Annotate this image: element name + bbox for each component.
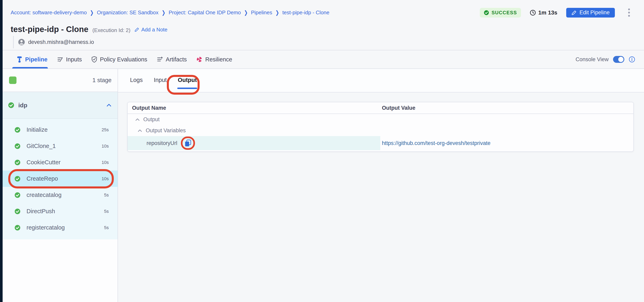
tab-resilience[interactable]: Resilience bbox=[196, 50, 232, 68]
user-avatar-icon bbox=[18, 39, 25, 46]
group-cell-output[interactable]: Output bbox=[128, 114, 380, 125]
step-details-panel: Logs Input Output Output Name Output Val… bbox=[118, 69, 644, 302]
execution-id-label: (Execution Id: 2) bbox=[92, 27, 130, 33]
stage-count-label: 1 stage bbox=[92, 77, 112, 84]
group-cell-output-variables[interactable]: Output Variables bbox=[128, 125, 380, 136]
step-duration: 10s bbox=[102, 176, 109, 181]
step-duration: 5s bbox=[104, 209, 109, 214]
tab-policy-evaluations-label: Policy Evaluations bbox=[100, 56, 147, 63]
shield-check-icon bbox=[92, 56, 97, 63]
info-icon[interactable] bbox=[629, 56, 635, 63]
breadcrumb-pipelines[interactable]: Pipelines bbox=[251, 10, 272, 16]
app-root: Account: software-delivery-demo ❯ Organi… bbox=[0, 0, 644, 302]
stages-sidebar: 1 stage idp Initialize 25s bbox=[2, 69, 118, 302]
output-name-cell-repositoryurl: repositoryUrl bbox=[128, 136, 380, 150]
stage-status-square bbox=[9, 77, 16, 84]
step-success-icon bbox=[14, 176, 20, 182]
tab-logs[interactable]: Logs bbox=[130, 71, 143, 89]
edit-pipeline-label: Edit Pipeline bbox=[580, 10, 610, 16]
pipeline-icon bbox=[17, 56, 22, 63]
add-note-label: Add a Note bbox=[141, 27, 168, 33]
chevron-up-icon bbox=[138, 129, 142, 132]
execution-tabbar: Pipeline Inputs Policy Evaluations bbox=[2, 50, 644, 69]
step-label: createcatalog bbox=[26, 192, 62, 198]
trigger-info-row: devesh.mishra@harness.io bbox=[11, 36, 632, 48]
sidebar-empty-area bbox=[2, 239, 118, 302]
status-badge-label: SUCCESS bbox=[492, 10, 517, 16]
group-label: Output Variables bbox=[146, 127, 186, 134]
tab-policy-evaluations[interactable]: Policy Evaluations bbox=[92, 50, 147, 68]
console-view-control: Console View bbox=[576, 56, 635, 63]
table-row-output-group: Output bbox=[128, 114, 633, 125]
step-row-directpush[interactable]: DirectPush 5s bbox=[2, 203, 118, 219]
resilience-icon bbox=[196, 56, 202, 62]
breadcrumb-current-pipeline[interactable]: test-pipe-idp - Clone bbox=[282, 10, 330, 16]
copy-button[interactable] bbox=[184, 139, 192, 147]
title-row: test-pipe-idp - Clone (Execution Id: 2) … bbox=[11, 25, 632, 34]
breadcrumb-account[interactable]: Account: software-delivery-demo bbox=[11, 10, 87, 16]
breadcrumb-organization[interactable]: Organization: SE Sandbox bbox=[97, 10, 158, 16]
step-row-registercatalog[interactable]: registercatalog 5s bbox=[2, 219, 118, 236]
tab-output[interactable]: Output bbox=[177, 71, 197, 89]
value-cell-empty bbox=[380, 125, 633, 136]
step-duration: 5s bbox=[104, 225, 109, 230]
inputs-icon bbox=[57, 56, 63, 62]
chevron-up-icon bbox=[135, 118, 140, 121]
step-success-icon bbox=[14, 127, 20, 133]
pencil-icon bbox=[134, 27, 139, 32]
step-success-icon bbox=[14, 208, 20, 214]
column-header-output-name: Output Name bbox=[128, 105, 380, 111]
tab-artifacts[interactable]: Artifacts bbox=[157, 50, 187, 68]
step-label: CookieCutter bbox=[26, 159, 60, 166]
step-label: CreateRepo bbox=[26, 175, 58, 182]
breadcrumb-project[interactable]: Project: Capital One IDP Demo bbox=[169, 10, 241, 16]
add-note-link[interactable]: Add a Note bbox=[134, 27, 168, 33]
output-value-cell-repositoryurl: https://github.com/test-org-devesh/testp… bbox=[380, 136, 633, 150]
step-row-cookiecutter[interactable]: CookieCutter 10s bbox=[2, 154, 118, 171]
output-table-card: Output Name Output Value Output bbox=[127, 102, 634, 152]
header-top-row: Account: software-delivery-demo ❯ Organi… bbox=[11, 7, 632, 18]
step-list: Initialize 25s GitClone_1 10s CookieCutt… bbox=[2, 118, 118, 239]
edit-pipeline-button[interactable]: Edit Pipeline bbox=[566, 8, 615, 18]
stage-name: idp bbox=[18, 102, 27, 109]
value-cell-empty bbox=[380, 114, 633, 125]
stage-header-idp[interactable]: idp bbox=[2, 92, 118, 118]
breadcrumb: Account: software-delivery-demo ❯ Organi… bbox=[11, 10, 330, 16]
status-badge: SUCCESS bbox=[480, 8, 521, 18]
group-label: Output bbox=[143, 116, 160, 123]
execution-body: 1 stage idp Initialize 25s bbox=[2, 69, 644, 302]
tab-input[interactable]: Input bbox=[153, 71, 167, 89]
step-row-initialize[interactable]: Initialize 25s bbox=[2, 122, 118, 138]
step-row-createrepo[interactable]: CreateRepo 10s bbox=[2, 171, 118, 187]
tab-pipeline-label: Pipeline bbox=[25, 56, 48, 63]
step-success-icon bbox=[14, 143, 20, 149]
step-row-createcatalog[interactable]: createcatalog 5s bbox=[2, 187, 118, 203]
duration-indicator: 1m 13s bbox=[530, 10, 557, 16]
tab-inputs-label: Inputs bbox=[66, 56, 82, 63]
stage-success-icon bbox=[8, 102, 14, 108]
step-duration: 10s bbox=[102, 143, 109, 149]
tab-inputs[interactable]: Inputs bbox=[57, 50, 82, 68]
tab-pipeline[interactable]: Pipeline bbox=[17, 50, 48, 68]
artifacts-icon bbox=[157, 56, 163, 62]
stage-summary-row: 1 stage bbox=[2, 69, 118, 92]
step-success-icon bbox=[14, 225, 20, 231]
step-duration: 10s bbox=[102, 160, 109, 165]
step-label: GitClone_1 bbox=[26, 143, 56, 149]
more-options-menu[interactable] bbox=[626, 7, 632, 18]
step-success-icon bbox=[14, 160, 20, 166]
table-row-repositoryurl: repositoryUrl https://github.com/test-or… bbox=[128, 136, 633, 150]
console-view-toggle[interactable] bbox=[613, 56, 624, 63]
collapsed-nav-strip[interactable] bbox=[0, 0, 2, 302]
repository-url-link[interactable]: https://github.com/test-org-devesh/testp… bbox=[382, 140, 490, 146]
chevron-up-icon[interactable] bbox=[106, 103, 112, 107]
execution-tabs: Pipeline Inputs Policy Evaluations bbox=[17, 50, 232, 68]
step-label: DirectPush bbox=[26, 208, 55, 215]
output-table-header: Output Name Output Value bbox=[128, 102, 633, 114]
breadcrumb-separator: ❯ bbox=[275, 9, 279, 16]
table-row-output-variables-group: Output Variables bbox=[128, 125, 633, 136]
step-success-icon bbox=[14, 192, 20, 198]
step-row-gitclone[interactable]: GitClone_1 10s bbox=[2, 138, 118, 154]
tab-artifacts-label: Artifacts bbox=[166, 56, 187, 63]
output-tab-content: Output Name Output Value Output bbox=[118, 92, 644, 302]
